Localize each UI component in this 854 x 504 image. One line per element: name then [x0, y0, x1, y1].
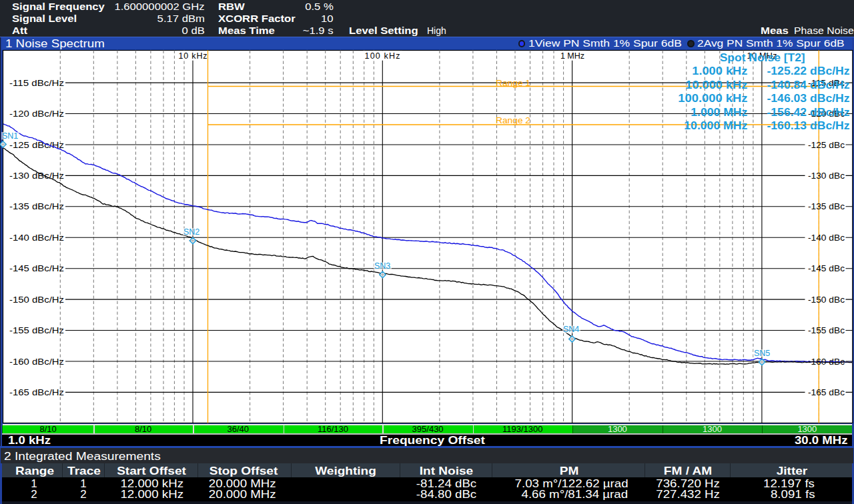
svg-text:1.000 MHz: 1.000 MHz — [691, 107, 747, 118]
svg-text:SN4: SN4 — [563, 325, 579, 334]
svg-text:SN5: SN5 — [754, 349, 770, 358]
svg-text:100 kHz: 100 kHz — [365, 51, 400, 61]
svg-text:SN1: SN1 — [2, 131, 18, 141]
svg-text:-145 dBc: -145 dBc — [808, 264, 845, 273]
svg-text:Range 2: Range 2 — [496, 116, 530, 125]
svg-text:10.000 kHz: 10.000 kHz — [685, 79, 747, 91]
svg-text:-135 dBc: -135 dBc — [808, 202, 845, 211]
svg-text:-125 dBc/Hz: -125 dBc/Hz — [9, 141, 64, 150]
svg-text:1.000 kHz: 1.000 kHz — [692, 65, 747, 77]
svg-text:-160.13 dBc/Hz: -160.13 dBc/Hz — [767, 120, 850, 131]
svg-text:-150 dBc: -150 dBc — [808, 295, 845, 305]
svg-text:-125.22 dBc/Hz: -125.22 dBc/Hz — [767, 65, 850, 77]
svg-text:-155 dBc/Hz: -155 dBc/Hz — [9, 326, 64, 335]
svg-text:10 kHz: 10 kHz — [179, 51, 207, 61]
svg-text:-156.42 dBc/Hz: -156.42 dBc/Hz — [767, 107, 850, 118]
svg-text:-140 dBc: -140 dBc — [808, 233, 845, 243]
svg-text:SN2: SN2 — [183, 227, 199, 237]
svg-text:-145 dBc/Hz: -145 dBc/Hz — [9, 264, 64, 273]
svg-text:-160 dBc/Hz: -160 dBc/Hz — [9, 357, 64, 367]
svg-text:10.000 MHz: 10.000 MHz — [684, 120, 747, 131]
svg-text:-146.03 dBc/Hz: -146.03 dBc/Hz — [767, 93, 850, 104]
svg-text:-115 dBc/Hz: -115 dBc/Hz — [9, 79, 64, 88]
svg-text:-135 dBc/Hz: -135 dBc/Hz — [9, 202, 64, 211]
svg-text:SN3: SN3 — [374, 261, 390, 271]
svg-text:Range 1: Range 1 — [496, 79, 530, 88]
svg-text:100.000 kHz: 100.000 kHz — [678, 93, 747, 104]
svg-text:-140.84 dBc/Hz: -140.84 dBc/Hz — [767, 79, 850, 91]
svg-text:-130 dBc: -130 dBc — [808, 171, 845, 181]
svg-text:-155 dBc: -155 dBc — [808, 326, 845, 335]
svg-text:-165 dBc: -165 dBc — [808, 388, 845, 397]
svg-text:-120 dBc/Hz: -120 dBc/Hz — [9, 109, 64, 119]
svg-text:-130 dBc/Hz: -130 dBc/Hz — [9, 171, 64, 181]
svg-text:-125 dBc: -125 dBc — [808, 141, 845, 150]
svg-text:-150 dBc/Hz: -150 dBc/Hz — [9, 295, 64, 305]
svg-text:1 MHz: 1 MHz — [560, 51, 584, 61]
svg-text:-165 dBc/Hz: -165 dBc/Hz — [9, 388, 64, 397]
svg-text:-140 dBc/Hz: -140 dBc/Hz — [9, 233, 64, 243]
svg-text:Spot Noise [T2]: Spot Noise [T2] — [720, 52, 805, 63]
